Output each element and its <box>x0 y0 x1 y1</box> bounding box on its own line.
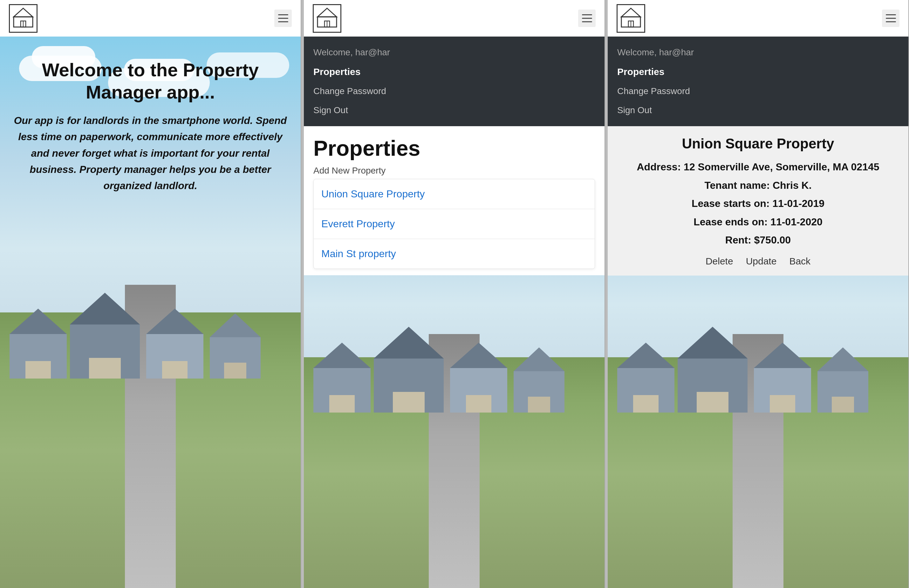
property-detail-lease-end: Lease ends on: 11-01-2020 <box>617 213 899 231</box>
dropdown-menu-panel3: Welcome, har@har Properties Change Passw… <box>608 37 908 126</box>
property-detail-title: Union Square Property <box>617 136 899 152</box>
navbar-panel1 <box>0 0 301 37</box>
menu-change-password-panel2[interactable]: Change Password <box>313 82 595 101</box>
panel-property-detail: Welcome, har@har Properties Change Passw… <box>608 0 909 588</box>
menu-sign-out-panel3[interactable]: Sign Out <box>617 101 899 120</box>
hamburger-line3-p2 <box>582 21 592 22</box>
dropdown-menu-panel2: Welcome, har@har Properties Change Passw… <box>304 37 604 126</box>
house-center <box>146 309 203 378</box>
properties-heading: Properties <box>313 136 595 160</box>
menu-properties-panel2[interactable]: Properties <box>313 62 595 82</box>
house-icon <box>12 6 34 30</box>
hamburger-line2-p2 <box>582 18 592 19</box>
property-list-item-everett[interactable]: Everett Property <box>314 209 595 239</box>
house-left <box>10 309 67 378</box>
welcome-description: Our app is for landlords in the smartpho… <box>13 113 288 194</box>
hamburger-line2 <box>278 18 288 19</box>
delete-action[interactable]: Delete <box>706 256 733 267</box>
property-detail-actions: Delete Update Back <box>617 256 899 267</box>
divider-2 <box>605 0 608 588</box>
properties-section: Properties Add New Property Union Square… <box>304 126 604 275</box>
hamburger-button-panel2[interactable] <box>578 10 596 27</box>
hamburger-button-panel1[interactable] <box>274 10 292 27</box>
property-list-item-mainst[interactable]: Main St property <box>314 239 595 268</box>
menu-sign-out-panel2[interactable]: Sign Out <box>313 101 595 120</box>
hamburger-button-panel3[interactable] <box>882 10 899 27</box>
divider-1 <box>301 0 304 588</box>
house-right-p2 <box>450 342 507 412</box>
update-action[interactable]: Update <box>746 256 777 267</box>
hamburger-line3-p3 <box>886 21 896 22</box>
add-new-property-link[interactable]: Add New Property <box>313 166 595 176</box>
navbar-panel2 <box>304 0 604 37</box>
house-center-left <box>70 293 140 378</box>
svg-marker-1 <box>14 8 33 17</box>
background-scene-panel2: Properties Add New Property Union Square… <box>304 126 604 588</box>
back-action[interactable]: Back <box>789 256 811 267</box>
property-detail-rent: Rent: $750.00 <box>617 231 899 249</box>
background-scene-panel3: Union Square Property Address: 12 Somerv… <box>608 126 908 588</box>
svg-marker-5 <box>318 8 337 17</box>
navbar-panel3 <box>608 0 908 37</box>
house-icon-panel2 <box>316 6 338 30</box>
panel-welcome: Welcome to the Property Manager app... O… <box>0 0 301 588</box>
property-detail-section: Union Square Property Address: 12 Somerv… <box>608 126 908 276</box>
welcome-title: Welcome to the Property Manager app... <box>13 59 288 103</box>
logo-box-panel1 <box>9 4 37 33</box>
house-far-right-p3 <box>817 347 868 412</box>
menu-properties-panel3[interactable]: Properties <box>617 62 899 82</box>
property-detail-address: Address: 12 Somerville Ave, Somerville, … <box>617 158 899 176</box>
house-left-p3 <box>617 342 675 412</box>
background-scene-panel1: Welcome to the Property Manager app... O… <box>0 37 301 588</box>
welcome-content: Welcome to the Property Manager app... O… <box>0 49 301 204</box>
menu-welcome-panel2: Welcome, har@har <box>313 43 595 62</box>
svg-marker-9 <box>622 8 641 17</box>
hamburger-line1-p3 <box>886 14 896 15</box>
property-list-item-union[interactable]: Union Square Property <box>314 179 595 209</box>
hamburger-line3 <box>278 21 288 22</box>
logo-box-panel2 <box>313 4 341 33</box>
house-center-p3 <box>678 327 748 412</box>
hamburger-line2-p3 <box>886 18 896 19</box>
house-left-p2 <box>313 342 371 412</box>
menu-welcome-panel3: Welcome, har@har <box>617 43 899 62</box>
menu-change-password-panel3[interactable]: Change Password <box>617 82 899 101</box>
property-list: Union Square Property Everett Property M… <box>313 179 595 269</box>
house-icon-panel3 <box>620 6 642 30</box>
logo-box-panel3 <box>617 4 645 33</box>
hamburger-line1-p2 <box>582 14 592 15</box>
house-far-right-p2 <box>513 347 565 412</box>
house-center-p2 <box>374 327 444 412</box>
property-detail-tenant: Tenant name: Chris K. <box>617 176 899 195</box>
hamburger-line1 <box>278 14 288 15</box>
house-right-p3 <box>754 342 811 412</box>
panel-properties: Welcome, har@har Properties Change Passw… <box>304 0 605 588</box>
property-detail-lease-start: Lease starts on: 11-01-2019 <box>617 194 899 213</box>
house-right <box>210 313 261 378</box>
